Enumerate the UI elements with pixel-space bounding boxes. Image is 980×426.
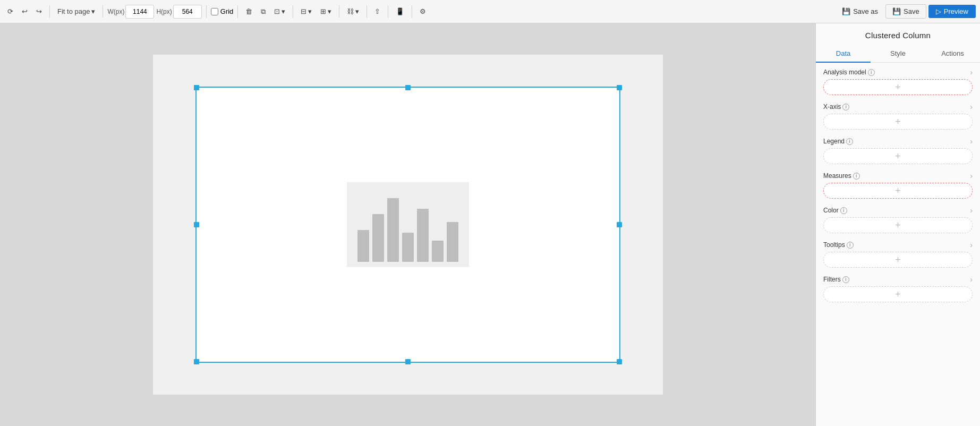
- properties-button[interactable]: ⚙: [416, 5, 429, 18]
- chevron-icon-tooltips[interactable]: ›: [970, 241, 973, 249]
- handle-top-left[interactable]: [194, 85, 199, 90]
- drop-zone-tooltips[interactable]: +: [823, 252, 973, 268]
- divider-1: [49, 5, 50, 18]
- connect-button[interactable]: ⛓ ▾: [344, 5, 362, 18]
- chart-bar: [447, 222, 458, 262]
- width-input-group: W(px): [107, 5, 154, 19]
- main-area: Clustered Column Data Style Actions Anal…: [0, 23, 980, 426]
- right-panel: Clustered Column Data Style Actions Anal…: [815, 23, 980, 426]
- mobile-button[interactable]: 📱: [393, 5, 407, 18]
- delete-icon: 🗑: [245, 7, 252, 15]
- info-icon-measures[interactable]: i: [853, 173, 860, 180]
- field-label-text-legend: Legend: [823, 138, 845, 145]
- field-header-color: Colori›: [823, 206, 973, 215]
- divider-5: [293, 5, 293, 18]
- field-label-color: Colori: [823, 207, 847, 214]
- divider-3: [206, 5, 207, 18]
- field-label-legend: Legendi: [823, 138, 853, 145]
- field-section-analysis_model: Analysis modeli›+: [823, 68, 973, 95]
- canvas-area[interactable]: [0, 23, 815, 426]
- field-section-color: Colori›+: [823, 206, 973, 233]
- field-label-text-x_axis: X-axis: [823, 103, 841, 110]
- height-input-group: H(px): [156, 5, 201, 19]
- share-icon: ⇧: [374, 7, 380, 15]
- width-label: W(px): [107, 8, 124, 15]
- save-button[interactable]: 💾 Save: [885, 4, 926, 19]
- divider-9: [412, 5, 412, 18]
- info-icon-filters[interactable]: i: [842, 276, 849, 283]
- info-icon-color[interactable]: i: [840, 207, 847, 214]
- chart-bar: [417, 209, 429, 262]
- save-as-label: Save as: [853, 7, 878, 15]
- save-as-icon: 💾: [842, 7, 850, 15]
- height-label: H(px): [156, 8, 172, 15]
- info-icon-tooltips[interactable]: i: [847, 242, 854, 249]
- info-icon-analysis_model[interactable]: i: [868, 69, 875, 76]
- handle-top-right[interactable]: [617, 85, 622, 90]
- drop-zone-filters[interactable]: +: [823, 286, 973, 302]
- drop-zone-analysis_model[interactable]: +: [823, 79, 973, 95]
- panel-body: Analysis modeli›+X-axisi›+Legendi›+Measu…: [816, 63, 980, 308]
- height-input[interactable]: [173, 5, 202, 19]
- chart-widget[interactable]: [195, 87, 620, 363]
- field-section-legend: Legendi›+: [823, 137, 973, 164]
- mobile-icon: 📱: [396, 7, 404, 15]
- handle-top-center[interactable]: [405, 85, 411, 90]
- distribute-button[interactable]: ⊞ ▾: [317, 5, 335, 18]
- distribute-chevron-icon: ▾: [328, 7, 331, 15]
- handle-bottom-center[interactable]: [405, 359, 411, 364]
- drop-zone-legend[interactable]: +: [823, 148, 973, 164]
- fit-to-page-button[interactable]: Fit to page ▾: [54, 5, 98, 18]
- align-left-icon: ⊟: [301, 7, 306, 15]
- align-left-button[interactable]: ⊟ ▾: [297, 5, 315, 18]
- field-label-text-color: Color: [823, 207, 839, 214]
- resize-button[interactable]: ⊡ ▾: [271, 5, 288, 18]
- drop-zone-color[interactable]: +: [823, 217, 973, 233]
- divider-7: [367, 5, 367, 18]
- tab-data[interactable]: Data: [816, 45, 871, 63]
- undo-button[interactable]: ↩: [19, 5, 31, 18]
- grid-label: Grid: [220, 7, 234, 15]
- canvas-page: [153, 55, 663, 395]
- fit-to-page-label: Fit to page: [57, 7, 90, 15]
- drop-zone-x_axis[interactable]: +: [823, 114, 973, 130]
- chevron-icon-analysis_model[interactable]: ›: [970, 68, 973, 76]
- tab-style[interactable]: Style: [871, 45, 925, 63]
- properties-icon: ⚙: [420, 7, 426, 15]
- drop-zone-measures[interactable]: +: [823, 183, 973, 199]
- handle-middle-left[interactable]: [194, 222, 199, 227]
- refresh-button[interactable]: ⟳: [4, 5, 16, 18]
- delete-button[interactable]: 🗑: [242, 5, 255, 18]
- chart-bar: [402, 233, 414, 262]
- chevron-icon-measures[interactable]: ›: [970, 172, 973, 180]
- preview-label: Preview: [944, 7, 968, 15]
- field-label-text-filters: Filters: [823, 276, 841, 283]
- redo-button[interactable]: ↪: [33, 5, 45, 18]
- width-input[interactable]: [125, 5, 154, 19]
- chevron-icon-color[interactable]: ›: [970, 206, 973, 215]
- field-label-text-tooltips: Tooltips: [823, 241, 845, 249]
- chevron-icon-x_axis[interactable]: ›: [970, 103, 973, 111]
- preview-button[interactable]: ▷ Preview: [928, 5, 976, 18]
- info-icon-legend[interactable]: i: [846, 138, 853, 145]
- field-label-tooltips: Tooltipsi: [823, 241, 854, 249]
- save-as-button[interactable]: 💾 Save as: [837, 5, 883, 18]
- handle-middle-right[interactable]: [617, 222, 622, 227]
- copy-button[interactable]: ⧉: [258, 5, 269, 18]
- fit-to-page-chevron-icon: ▾: [91, 7, 95, 15]
- handle-bottom-left[interactable]: [194, 359, 199, 364]
- connect-icon: ⛓: [347, 7, 354, 15]
- distribute-icon: ⊞: [320, 7, 326, 15]
- field-label-text-measures: Measures: [823, 172, 851, 180]
- tab-actions[interactable]: Actions: [925, 45, 980, 63]
- grid-checkbox[interactable]: [211, 8, 218, 15]
- info-icon-x_axis[interactable]: i: [842, 104, 849, 110]
- field-label-analysis_model: Analysis modeli: [823, 69, 875, 76]
- chevron-icon-legend[interactable]: ›: [970, 137, 973, 146]
- field-section-tooltips: Tooltipsi›+: [823, 241, 973, 268]
- field-header-legend: Legendi›: [823, 137, 973, 146]
- chevron-icon-filters[interactable]: ›: [970, 275, 973, 284]
- handle-bottom-right[interactable]: [617, 359, 622, 364]
- resize-chevron-icon: ▾: [282, 7, 285, 15]
- share-button[interactable]: ⇧: [371, 5, 384, 18]
